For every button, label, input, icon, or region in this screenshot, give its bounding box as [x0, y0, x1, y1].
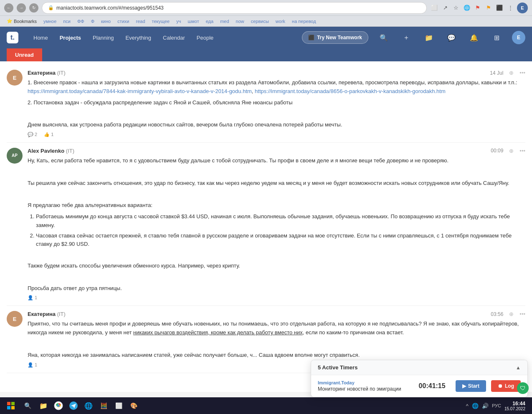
language-label[interactable]: РУС [492, 403, 501, 408]
paint-button[interactable]: 🎨 [127, 399, 140, 412]
back-button[interactable]: ← [4, 3, 13, 13]
avatar-ekaterina-3: Е [7, 311, 23, 327]
menu-icon[interactable]: ⋮ [506, 4, 514, 12]
bookmark-еда[interactable]: еда [203, 18, 216, 25]
search-taskbar-button[interactable]: 🔍 [20, 399, 35, 412]
folder-button[interactable]: 📁 [422, 30, 436, 45]
search-button[interactable]: 🔍 [377, 30, 391, 45]
grid-button[interactable]: ⊞ [489, 30, 504, 45]
more-options-icon-3[interactable]: ••• [519, 311, 525, 317]
folder-taskbar-icon: 📁 [39, 402, 48, 410]
bookmark-star[interactable]: ⭐ Bookmarks [4, 18, 39, 25]
timer-row-1: Immigrant.Today Мониторинг новостей по э… [311, 375, 527, 397]
telegram-button[interactable] [67, 399, 80, 412]
timers-panel: 5 Active Timers ▲ Immigrant.Today Монито… [311, 360, 528, 397]
calculator-button[interactable]: 🧮 [97, 399, 110, 412]
search2-button[interactable]: ⬜ [112, 399, 125, 412]
flag-icon-orange[interactable]: ⚑ [484, 4, 493, 12]
nav-everything[interactable]: Everything [121, 31, 156, 44]
nav-people[interactable]: People [192, 31, 218, 44]
timer-log-button[interactable]: ⏺ Log [491, 380, 521, 392]
unread-tab[interactable]: Unread [7, 48, 42, 61]
bookmark-ф[interactable]: Ф [89, 18, 97, 25]
svg-rect-0 [7, 402, 10, 405]
refresh-button[interactable]: ↻ [29, 3, 38, 13]
reply-count-1[interactable]: 💬 2 [28, 132, 37, 137]
link-1[interactable]: https://immigrant.today/canada/7844-kak-… [28, 88, 252, 94]
bookmark-текущее[interactable]: текущее [149, 18, 172, 25]
reply-count-3[interactable]: 👤 1 [28, 362, 37, 368]
svg-rect-3 [11, 406, 15, 409]
volume-icon[interactable]: 🔊 [482, 403, 489, 409]
chrome-icon [54, 401, 63, 410]
bookmark-work[interactable]: work [273, 18, 288, 25]
link-2[interactable]: https://immigrant.today/canada/8656-o-pa… [255, 88, 446, 94]
network-icon[interactable]: 🌐 [472, 403, 479, 409]
timer-task: Мониторинг новостей по эмиграции [318, 386, 401, 392]
translate-icon[interactable]: 🌐 [463, 4, 471, 12]
reply-count-2[interactable]: 👤 1 [28, 295, 37, 300]
timer-start-button[interactable]: ▶ Start [456, 380, 486, 392]
bookmark-now[interactable]: now [233, 18, 247, 25]
clock-date: 15.07.2022 [504, 406, 525, 411]
message-header-3: Екатерина (IT) 03:56 ⊕ ••• [28, 311, 525, 317]
share-icon[interactable]: ↗ [441, 4, 449, 12]
nav-projects[interactable]: Projects [55, 31, 86, 44]
file-explorer-button[interactable]: 📁 [37, 399, 50, 412]
add-button[interactable]: ＋ [399, 30, 413, 45]
add-reaction-icon-3[interactable]: ⊕ [509, 311, 514, 317]
lock-icon: 🔒 [48, 5, 54, 10]
flag-icon-red[interactable]: ⚑ [474, 4, 482, 12]
add-reaction-icon-2[interactable]: ⊕ [509, 148, 514, 154]
message-content-3: Екатерина (IT) 03:56 ⊕ ••• Приятно, что … [28, 311, 525, 367]
profile-icon[interactable]: E [517, 3, 528, 13]
bookmark-кино[interactable]: кино [99, 18, 113, 25]
message-time-2: 00:09 [491, 148, 503, 154]
screenshot-icon[interactable]: ⬜ [430, 4, 438, 12]
bookmark-шмот[interactable]: шмот [185, 18, 201, 25]
timers-panel-title: 5 Active Timers [318, 364, 357, 371]
bookmark-star-icon[interactable]: ☆ [452, 4, 460, 12]
user-avatar[interactable]: E [512, 31, 525, 44]
bookmark-стихи[interactable]: стихи [115, 18, 132, 25]
nav-links: Home Projects Planning Everything Calend… [28, 31, 218, 44]
bookmark-med[interactable]: med [218, 18, 231, 25]
address-bar[interactable]: 🔒 maniactools.teamwork.com/#/messages/95… [42, 2, 427, 14]
windows-logo-icon [7, 402, 15, 409]
nav-planning[interactable]: Planning [88, 31, 119, 44]
bookmark-перевод[interactable]: на перевод [289, 18, 319, 25]
timers-collapse-button[interactable]: ▲ [516, 365, 521, 371]
try-new-icon: ⬛ [308, 35, 314, 40]
bookmark-read[interactable]: read [133, 18, 147, 25]
app-logo[interactable]: t. [7, 32, 18, 43]
taskbar-time: 16:44 15.07.2022 [504, 401, 525, 411]
windows-start-button[interactable] [3, 398, 18, 413]
bookmark-пси[interactable]: пси [61, 18, 73, 25]
chat-button[interactable]: 💬 [444, 30, 459, 45]
bookmark-сервисы[interactable]: сервисы [248, 18, 271, 25]
taskbar: 🔍 📁 🌐 🧮 ⬜ 🎨 ^ 🌐 🔊 РУС 16:4 [0, 397, 532, 414]
ie-icon: 🌐 [84, 402, 93, 410]
bookmark-умное[interactable]: умное [41, 18, 59, 25]
telegram-icon [69, 401, 78, 410]
message-2: AP Alex Pavlenko (IT) 00:09 ⊕ ••• Ну, Ка… [7, 143, 525, 306]
more-options-icon-1[interactable]: ••• [519, 70, 525, 76]
chevron-tray-icon[interactable]: ^ [466, 403, 469, 409]
bookmark-уч[interactable]: уч [174, 18, 183, 25]
messages-container: Е Екатерина (IT) 14 Jul ⊕ ••• 1. Внесени… [0, 61, 532, 392]
nav-home[interactable]: Home [28, 31, 53, 44]
security-shield-button[interactable]: 🛡 [517, 382, 529, 394]
nav-calendar[interactable]: Calendar [158, 31, 190, 44]
magnify-icon: ⬜ [115, 402, 122, 409]
forward-button[interactable]: → [17, 3, 26, 13]
bell-button[interactable]: 🔔 [467, 30, 481, 45]
more-options-icon-2[interactable]: ••• [519, 148, 525, 154]
ie-button[interactable]: 🌐 [82, 399, 95, 412]
add-reaction-icon-1[interactable]: ⊕ [509, 70, 514, 76]
like-count-1[interactable]: 👍 1 [44, 132, 53, 137]
extensions-icon[interactable]: ⬛ [495, 4, 504, 12]
try-new-teamwork-button[interactable]: ⬛ Try New Teamwork [302, 31, 368, 44]
chrome-button[interactable] [52, 399, 65, 412]
bookmark-фф[interactable]: ФФ [75, 18, 87, 25]
svg-point-5 [57, 404, 60, 407]
